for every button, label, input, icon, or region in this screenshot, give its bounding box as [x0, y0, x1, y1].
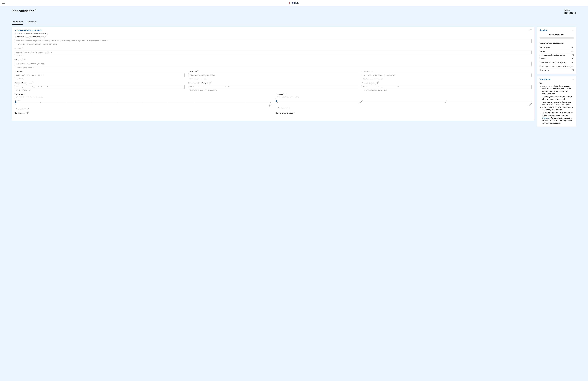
- predict-title: How we predict business failure?: [540, 42, 574, 44]
- location-help: Select location: [16, 78, 185, 80]
- notification-title: Notification: [540, 78, 551, 81]
- categories-help: Select categories (maximum 5): [16, 66, 532, 68]
- section-title: How unique is your idea?: [18, 29, 42, 32]
- info-icon[interactable]: ⓘ: [24, 58, 25, 60]
- pitch-input[interactable]: [15, 39, 532, 43]
- impact-help: Estimate impact value: [277, 107, 532, 108]
- info-icon[interactable]: ⓘ: [35, 9, 36, 11]
- list-item: You may answer both idea uniqueness and …: [542, 85, 574, 95]
- chevron-down-icon[interactable]: [15, 29, 16, 31]
- top-bar: lipidea: [0, 0, 588, 6]
- list-item: Due to large datasets, it may take up to…: [542, 95, 574, 101]
- trans-label: Transactional model type(s)ⓘ: [188, 82, 358, 84]
- categories-label: *Categoriesⓘ: [15, 59, 532, 61]
- entity-label: Entity type(s)ⓘ: [362, 70, 532, 72]
- ease-label: Ease of implementationⓘ: [275, 112, 532, 114]
- markets-input[interactable]: [188, 73, 358, 78]
- main-card: How unique is your idea? ••• iPlease fil…: [12, 27, 534, 121]
- metric-row: Novelty score0%: [540, 68, 574, 72]
- metric-row: Business categories (vertical markets)0%: [540, 53, 574, 57]
- list-item: Reason being, we're using data science a…: [542, 101, 574, 106]
- metric-row: Industry0%: [540, 49, 574, 53]
- info-icon: i: [15, 33, 16, 34]
- markets-help: Select market(s) (maximum 5): [190, 78, 358, 80]
- disclaimer-link[interactable]: Disclaimer: [542, 117, 549, 119]
- info-icon[interactable]: ⓘ: [22, 70, 24, 71]
- markets-label: *Market(s)ⓘ: [188, 70, 358, 72]
- metric-row: Reach, impact, confidence, ease (RICE sc…: [540, 64, 574, 68]
- note-label: Note:: [540, 82, 574, 84]
- industry-input[interactable]: [15, 50, 532, 54]
- required-note: iPlease fill in all required fields mark…: [15, 33, 532, 34]
- location-input[interactable]: [15, 73, 185, 78]
- chevron-down-icon[interactable]: [572, 29, 574, 31]
- pitch-help: Describe your idea in 10 to 50 words for…: [16, 43, 532, 45]
- location-label: *Locationⓘ: [15, 70, 185, 72]
- info-icon[interactable]: ⓘ: [378, 81, 379, 83]
- results-title: Results: [540, 29, 547, 31]
- impact-axis: LowModerateHighVery high: [275, 103, 532, 104]
- info-icon[interactable]: ⓘ: [45, 35, 46, 37]
- reach-slider-thumb[interactable]: [15, 101, 16, 103]
- impact-label: Impact valueⓘ: [275, 93, 532, 95]
- chevron-down-icon[interactable]: [572, 79, 574, 80]
- industry-help: Select industry: [16, 55, 532, 56]
- categories-input[interactable]: [15, 62, 532, 66]
- reach-help: Estimate market reach: [16, 108, 271, 110]
- impact-question: What is the impact value of your idea?: [277, 96, 532, 98]
- info-icon[interactable]: ⓘ: [210, 81, 211, 83]
- failure-progress-bar: [540, 37, 574, 39]
- info-icon[interactable]: ⓘ: [25, 93, 26, 95]
- impact-value: 0: [275, 98, 532, 100]
- metric-row: Location0%: [540, 57, 574, 61]
- info-icon[interactable]: ⓘ: [197, 70, 198, 71]
- notification-card: Notification Note: You may answer both i…: [537, 76, 576, 127]
- failure-rate: Failure rate: 0%: [540, 34, 574, 36]
- entities-value: 100,000+: [564, 11, 576, 15]
- entities-counter: Entities 100,000+: [564, 9, 576, 15]
- entity-input[interactable]: [362, 73, 532, 78]
- defens-input[interactable]: [362, 85, 532, 89]
- results-card: Results Failure rate: 0% How we predict …: [537, 27, 576, 74]
- entities-label: Entities: [564, 9, 576, 11]
- defens-label: Defensibility moat(s)ⓘ: [362, 82, 532, 84]
- metric-row: Competitive landscape (similarity score)…: [540, 61, 574, 64]
- trans-input[interactable]: [188, 85, 358, 89]
- impact-slider[interactable]: [275, 101, 532, 102]
- list-item: For freemium users, the results are limi…: [542, 106, 574, 111]
- reach-label: Market reachⓘ: [15, 93, 271, 95]
- list-item: Disclaimer: Our idea checker is subject …: [542, 117, 574, 125]
- industry-label: *Industryⓘ: [15, 47, 532, 49]
- page-title: Idea validationⓘ: [12, 9, 36, 13]
- info-icon[interactable]: ⓘ: [372, 70, 374, 71]
- impact-slider-thumb[interactable]: [275, 100, 277, 102]
- reach-value: 0customers: [15, 98, 271, 101]
- info-icon[interactable]: ⓘ: [294, 111, 295, 113]
- reach-question: How many customers can you reach in 1 ye…: [16, 96, 271, 98]
- menu-hamburger-icon[interactable]: [2, 1, 5, 4]
- info-icon[interactable]: ⓘ: [28, 111, 29, 113]
- tab-modelling[interactable]: Modelling: [27, 19, 36, 25]
- logo-mark-icon: [289, 2, 291, 4]
- notification-list: You may answer both idea uniqueness and …: [540, 85, 574, 125]
- tabs: Assumption Modelling: [12, 19, 576, 25]
- info-icon[interactable]: ⓘ: [32, 81, 33, 83]
- list-item: For paying customers, we will increase t…: [542, 111, 574, 117]
- more-dots-icon[interactable]: •••: [529, 29, 532, 32]
- info-icon[interactable]: ⓘ: [286, 93, 287, 95]
- metric-row: Idea uniqueness0%: [540, 46, 574, 49]
- stage-label: Stage of developmentⓘ: [15, 82, 185, 84]
- confidence-label: Confidence levelⓘ: [15, 112, 271, 114]
- reach-slider[interactable]: [15, 102, 271, 103]
- reach-axis: 0%100%: [15, 104, 271, 105]
- pitch-label: *Conceptual idea (one-sentence pitch)ⓘ: [15, 36, 532, 38]
- stage-input[interactable]: [15, 85, 185, 89]
- brand-logo: lipidea: [289, 1, 299, 4]
- info-icon[interactable]: ⓘ: [22, 47, 23, 48]
- trans-help: Select transactional model type(s) (maxi…: [190, 90, 358, 91]
- entity-help: Select entity type(s) (maximum 5): [363, 78, 532, 80]
- tab-assumption[interactable]: Assumption: [12, 19, 23, 25]
- stage-help: Select development stage: [16, 90, 185, 91]
- defens-help: Select defensibility moat(s) (maximum 5): [363, 90, 532, 91]
